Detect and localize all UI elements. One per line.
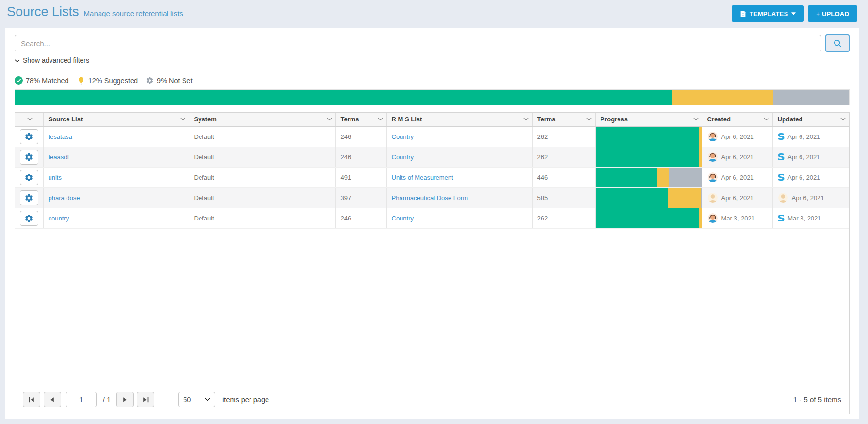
terms-cell: 246 (335, 208, 386, 228)
column-header-terms[interactable]: Terms (335, 113, 386, 126)
templates-button-label: TEMPLATES (750, 10, 788, 17)
summary-not-set-segment (773, 90, 849, 105)
search-button[interactable] (825, 34, 850, 52)
terms-cell: 491 (335, 167, 386, 187)
rms-list-cell: Country (386, 126, 532, 147)
terms-cell: 397 (335, 187, 386, 208)
updated-date: Apr 6, 2021 (792, 194, 824, 202)
row-progress-bar (596, 168, 702, 187)
user-avatar-icon (707, 172, 718, 183)
rms-list-link[interactable]: Country (392, 133, 414, 140)
table-row: country Default 246 Country 262 Mar 3, 2… (15, 208, 849, 228)
column-header-system[interactable]: System (189, 113, 335, 126)
source-list-link[interactable]: phara dose (49, 194, 80, 202)
previous-page-button[interactable] (44, 392, 61, 407)
created-date: Apr 6, 2021 (721, 174, 754, 181)
templates-button[interactable]: TEMPLATES (732, 5, 804, 22)
row-settings-button[interactable] (20, 211, 38, 226)
source-list-cell: teaasdf (43, 147, 189, 167)
legend-suggested-label: 12% Suggested (88, 77, 138, 85)
legend-not-set-label: 9% Not Set (157, 77, 192, 85)
page-size-select[interactable]: 50 (178, 392, 215, 407)
column-header-rms-list[interactable]: R M S List (386, 113, 532, 126)
row-settings-button[interactable] (20, 170, 38, 185)
column-header-created[interactable]: Created (702, 113, 772, 126)
row-settings-button[interactable] (20, 129, 38, 144)
created-cell: Apr 6, 2021 (702, 187, 772, 208)
matched-segment (596, 188, 668, 208)
source-list-link[interactable]: country (49, 215, 69, 222)
advanced-filters-toggle[interactable]: Show advanced filters (15, 56, 89, 64)
row-settings-button[interactable] (20, 190, 38, 205)
rms-list-link[interactable]: Pharmaceutical Dose Form (392, 194, 468, 202)
pager: / 1 50 items per page 1 - 5 of 5 items (15, 387, 849, 414)
first-page-button[interactable] (23, 392, 40, 407)
column-label: Terms (341, 116, 359, 123)
summary-matched-segment (15, 90, 672, 105)
source-list-cell: tesatasa (43, 126, 189, 147)
terms-cell: 246 (335, 147, 386, 167)
column-menu-chevron-icon[interactable] (327, 118, 332, 121)
rms-terms-cell: 262 (532, 208, 595, 228)
column-menu-chevron-icon[interactable] (586, 118, 592, 121)
suggested-segment (699, 147, 702, 167)
column-label: Source List (49, 116, 83, 123)
row-settings-button[interactable] (20, 150, 38, 165)
rms-list-link[interactable]: Country (392, 215, 414, 222)
lightbulb-icon (77, 76, 85, 85)
source-list-link[interactable]: teaasdf (49, 153, 69, 161)
system-cell: Default (189, 167, 335, 187)
caret-down-icon (791, 12, 796, 15)
column-header-updated[interactable]: Updated (772, 113, 849, 126)
column-menu-chevron-icon[interactable] (378, 118, 383, 121)
system-cell: Default (189, 187, 335, 208)
next-page-button[interactable] (116, 392, 134, 407)
column-menu-chevron-icon[interactable] (180, 118, 185, 121)
source-list-link[interactable]: units (49, 174, 62, 181)
source-list-link[interactable]: tesatasa (49, 133, 72, 140)
column-header-source-list[interactable]: Source List (43, 113, 189, 126)
row-actions-cell (15, 167, 43, 187)
column-menu-chevron-icon[interactable] (523, 118, 529, 121)
row-progress-bar (596, 208, 702, 228)
column-label: Created (707, 116, 731, 123)
column-menu-chevron-icon[interactable] (27, 118, 33, 121)
s-logo-icon: S (777, 132, 785, 141)
terms-cell: 246 (335, 126, 386, 147)
rms-list-link[interactable]: Country (392, 153, 414, 161)
page-number-input[interactable] (66, 392, 97, 407)
last-page-button[interactable] (137, 392, 154, 407)
column-menu-chevron-icon[interactable] (693, 118, 699, 121)
next-page-icon (120, 395, 129, 404)
user-avatar-icon (707, 213, 718, 223)
updated-cell: S Apr 6, 2021 (772, 126, 849, 147)
rms-terms-cell: 262 (532, 126, 595, 147)
column-header-rms-terms[interactable]: Terms (532, 113, 595, 126)
user-avatar-icon (707, 152, 718, 162)
legend-matched-label: 78% Matched (26, 77, 69, 85)
column-menu-chevron-icon[interactable] (764, 118, 769, 121)
created-cell: Apr 6, 2021 (702, 147, 772, 167)
last-page-icon (141, 395, 150, 404)
created-cell: Mar 3, 2021 (702, 208, 772, 228)
row-actions-cell (15, 126, 43, 147)
search-input[interactable] (15, 35, 821, 51)
table-row: units Default 491 Units of Measurement 4… (15, 167, 849, 187)
main-panel: Show advanced filters 78% Matched 12% Su… (5, 28, 859, 419)
matched-segment (596, 168, 657, 187)
updated-date: Mar 3, 2021 (787, 215, 821, 222)
updated-cell: S Apr 6, 2021 (772, 167, 849, 187)
upload-button[interactable]: + UPLOAD (808, 5, 857, 22)
row-progress-bar (596, 188, 702, 208)
rms-list-cell: Country (386, 208, 532, 228)
progress-cell (595, 187, 702, 208)
column-header-actions (15, 113, 43, 126)
anonymous-avatar-icon (778, 192, 788, 203)
created-date: Mar 3, 2021 (721, 215, 755, 222)
column-header-progress[interactable]: Progress (595, 113, 702, 126)
column-menu-chevron-icon[interactable] (840, 118, 846, 121)
updated-date: Apr 6, 2021 (787, 174, 820, 181)
column-label: Terms (537, 116, 556, 123)
rms-list-link[interactable]: Units of Measurement (392, 174, 453, 181)
items-range-label: 1 - 5 of 5 items (793, 395, 841, 404)
